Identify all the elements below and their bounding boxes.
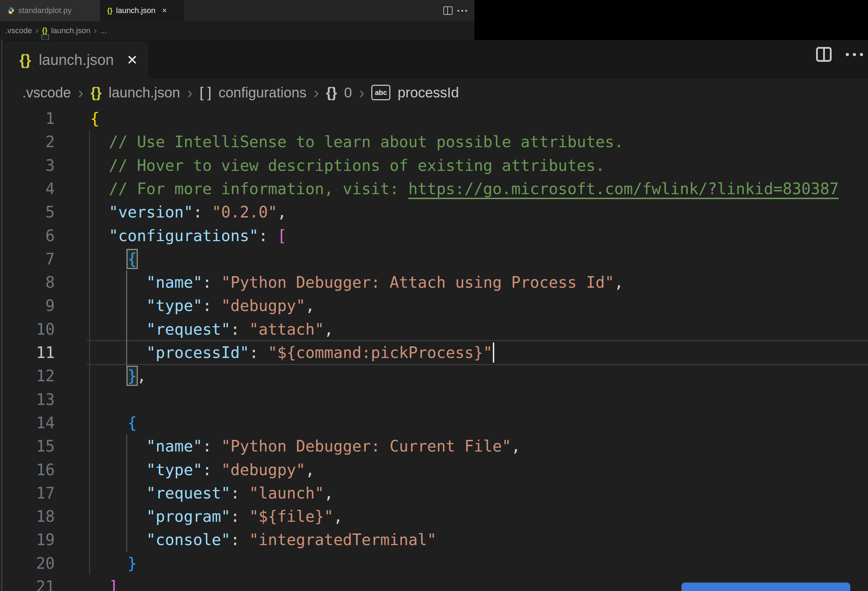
line-number[interactable]: 18 bbox=[0, 504, 55, 528]
line-number[interactable]: 4 bbox=[0, 177, 55, 200]
indent-guide bbox=[89, 131, 90, 575]
line-number[interactable]: 3 bbox=[0, 153, 55, 177]
code-text: } bbox=[90, 551, 137, 575]
code-text: // For more information, visit: https://… bbox=[90, 177, 838, 200]
line-number[interactable]: 14 bbox=[0, 411, 55, 435]
breadcrumb-item[interactable]: ... bbox=[100, 26, 107, 35]
breadcrumb-item[interactable]: launch.json bbox=[51, 26, 90, 35]
breadcrumb-item[interactable]: configurations bbox=[218, 85, 306, 101]
code-line[interactable]: 4 // For more information, visit: https:… bbox=[0, 177, 868, 200]
chevron-right-icon: › bbox=[78, 85, 83, 100]
close-icon[interactable]: ✕ bbox=[162, 7, 167, 15]
code-text: ] bbox=[90, 575, 118, 591]
code-line[interactable]: 12 }, bbox=[0, 364, 868, 388]
code-line[interactable]: 14 { bbox=[0, 411, 868, 435]
line-number[interactable]: 1 bbox=[0, 107, 55, 130]
split-editor-icon[interactable] bbox=[816, 47, 832, 62]
code-line[interactable]: 5 "version": "0.2.0", bbox=[0, 200, 868, 224]
chevron-right-icon: › bbox=[313, 85, 319, 100]
vscode-window: standardplot.py{}launch.json✕ .vscode›{}… bbox=[0, 0, 868, 591]
comment-link[interactable]: https://go.microsoft.com/fwlink/?linkid=… bbox=[408, 180, 839, 198]
magnified-editor-view: {} launch.json ✕ .vscode›{}launch.json›[… bbox=[0, 40, 868, 591]
code-editor[interactable]: 1{2 // Use IntelliSense to learn about p… bbox=[0, 107, 868, 591]
breadcrumb-item[interactable]: processId bbox=[397, 85, 459, 101]
line-number[interactable]: 15 bbox=[0, 434, 55, 458]
line-number[interactable]: 8 bbox=[0, 270, 55, 294]
chevron-right-icon: › bbox=[94, 26, 97, 36]
chevron-right-icon: › bbox=[187, 85, 192, 100]
tab-label: launch.json bbox=[116, 6, 155, 15]
line-number[interactable]: 9 bbox=[0, 294, 55, 317]
string-symbol-icon[interactable]: abc bbox=[371, 85, 390, 100]
code-text: "program": "${file}", bbox=[90, 504, 342, 528]
tab-standardplot-py[interactable]: standardplot.py bbox=[0, 0, 100, 21]
code-line[interactable]: 20 } bbox=[0, 551, 868, 575]
editor-actions-magnified bbox=[816, 47, 863, 62]
editor-actions bbox=[443, 0, 474, 21]
code-text: "type": "debugpy", bbox=[90, 458, 315, 482]
text-cursor bbox=[493, 342, 494, 363]
close-icon[interactable]: ✕ bbox=[127, 52, 138, 68]
breadcrumb-item[interactable]: .vscode bbox=[5, 26, 32, 35]
code-line[interactable]: 11 "processId": "${command:pickProcess}" bbox=[0, 341, 868, 364]
code-line[interactable]: 10 "request": "attach", bbox=[0, 317, 868, 341]
chevron-right-icon: › bbox=[359, 85, 364, 100]
code-line[interactable]: 9 "type": "debugpy", bbox=[0, 294, 868, 317]
array-symbol-icon[interactable]: [ ] bbox=[199, 85, 211, 101]
line-number[interactable]: 2 bbox=[0, 130, 55, 153]
code-line[interactable]: 7 { bbox=[0, 247, 868, 271]
json-file-icon: {} bbox=[19, 52, 31, 68]
line-number[interactable]: 16 bbox=[0, 458, 55, 482]
line-number[interactable]: 17 bbox=[0, 481, 55, 505]
line-number[interactable]: 21 bbox=[0, 575, 55, 591]
code-line[interactable]: 2 // Use IntelliSense to learn about pos… bbox=[0, 130, 868, 153]
line-number[interactable]: 12 bbox=[0, 364, 55, 388]
code-text: "type": "debugpy", bbox=[90, 294, 315, 317]
line-number[interactable]: 10 bbox=[0, 317, 55, 341]
editor-tab-bar: standardplot.py{}launch.json✕ bbox=[0, 0, 474, 21]
more-actions-icon[interactable] bbox=[846, 53, 863, 56]
object-symbol-icon[interactable]: {} bbox=[326, 85, 337, 101]
code-line[interactable]: 13 bbox=[0, 388, 868, 411]
code-line[interactable]: 16 "type": "debugpy", bbox=[0, 458, 868, 482]
current-line-border bbox=[87, 364, 868, 365]
breadcrumb-item[interactable]: 0 bbox=[344, 85, 352, 101]
code-line[interactable]: 6 "configurations": [ bbox=[0, 224, 868, 248]
code-line[interactable]: 3 // Hover to view descriptions of exist… bbox=[0, 153, 868, 177]
code-text: "console": "integratedTerminal" bbox=[90, 528, 436, 551]
breadcrumb-item[interactable]: launch.json bbox=[108, 85, 180, 101]
chevron-right-icon: › bbox=[36, 26, 38, 36]
line-number[interactable]: 13 bbox=[0, 388, 55, 411]
code-line[interactable]: 18 "program": "${file}", bbox=[0, 504, 868, 528]
code-text: }, bbox=[90, 364, 146, 388]
json-file-icon: {} bbox=[107, 7, 113, 15]
line-number[interactable]: 5 bbox=[0, 200, 55, 224]
breadcrumb: .vscode›{}launch.json›... bbox=[0, 21, 474, 40]
line-number[interactable]: 11 bbox=[0, 341, 55, 364]
json-file-icon[interactable]: {} bbox=[42, 27, 48, 35]
line-number[interactable]: 7 bbox=[0, 247, 55, 271]
line-number[interactable]: 6 bbox=[0, 224, 55, 248]
code-text: "name": "Python Debugger: Current File", bbox=[90, 434, 521, 458]
json-file-icon[interactable]: {} bbox=[90, 85, 101, 101]
tab-label: standardplot.py bbox=[18, 6, 71, 15]
line-number[interactable]: 19 bbox=[0, 528, 55, 551]
line-number[interactable]: 20 bbox=[0, 551, 55, 575]
tab-launch-json[interactable]: {}launch.json✕ bbox=[100, 0, 184, 21]
code-line[interactable]: 8 "name": "Python Debugger: Attach using… bbox=[0, 270, 868, 294]
code-line[interactable]: 1{ bbox=[0, 107, 868, 130]
indent-guide bbox=[126, 434, 127, 551]
code-text: { bbox=[90, 411, 137, 435]
more-actions-icon[interactable] bbox=[458, 10, 467, 12]
tab-launch-json[interactable]: {} launch.json ✕ bbox=[4, 42, 148, 78]
breadcrumb-item[interactable]: .vscode bbox=[22, 85, 71, 101]
python-icon bbox=[7, 7, 15, 15]
code-line[interactable]: 15 "name": "Python Debugger: Current Fil… bbox=[0, 434, 868, 458]
add-configuration-button[interactable] bbox=[682, 582, 850, 591]
code-text: "version": "0.2.0", bbox=[90, 200, 286, 224]
magnifier-edge-artifact bbox=[41, 34, 49, 40]
split-editor-icon[interactable] bbox=[443, 6, 453, 15]
code-text: // Use IntelliSense to learn about possi… bbox=[90, 130, 623, 153]
code-line[interactable]: 17 "request": "launch", bbox=[0, 481, 868, 505]
code-line[interactable]: 19 "console": "integratedTerminal" bbox=[0, 528, 868, 551]
